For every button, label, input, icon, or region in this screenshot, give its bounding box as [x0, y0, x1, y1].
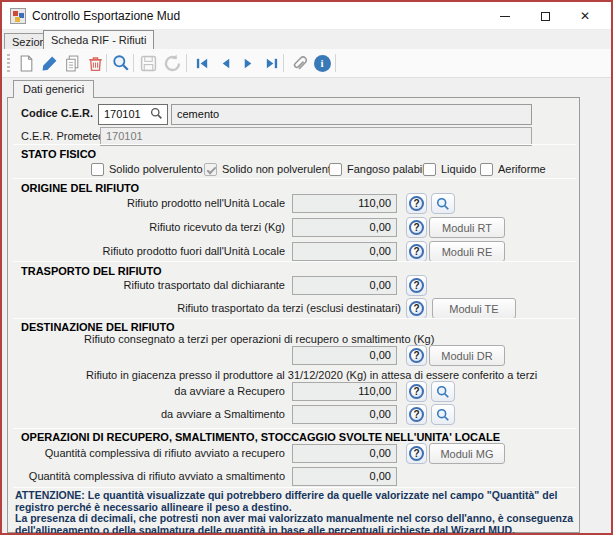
moduli-te-button[interactable]: Moduli TE	[432, 298, 516, 319]
toolbar: i	[2, 49, 611, 78]
edit-button[interactable]	[38, 52, 60, 74]
destinazione-row3-search-button[interactable]	[431, 404, 455, 425]
tab-scheda-rif[interactable]: Scheda RIF - Rifiuti	[43, 30, 154, 49]
delete-button[interactable]	[84, 52, 106, 74]
codice-cer-description: cemento	[171, 104, 532, 125]
maximize-button[interactable]	[525, 2, 565, 30]
destinazione-row3-field[interactable]: 0,00	[292, 405, 397, 424]
moduli-dr-button[interactable]: Moduli DR	[429, 345, 505, 366]
app-icon	[10, 8, 26, 24]
question-icon: ?	[409, 196, 424, 211]
search-icon	[436, 408, 450, 422]
origine-row1-search-button[interactable]	[431, 193, 455, 214]
destinazione-row2-field[interactable]: 110,00	[292, 382, 397, 401]
minimize-icon	[500, 16, 510, 17]
previous-record-button[interactable]	[214, 52, 236, 74]
origine-row1-label: Rifiuto prodotto nell'Unità Locale	[8, 197, 285, 209]
undo-icon	[163, 54, 182, 73]
origine-row3-label: Rifiuto prodotto fuori dall'Unità Locale	[8, 245, 285, 257]
title-bar: Controllo Esportazione Mud ✕	[2, 2, 611, 30]
destinazione-row2-search-button[interactable]	[431, 381, 455, 402]
new-record-button[interactable]	[15, 52, 37, 74]
destinazione-row3-label: da avviare a Smaltimento	[8, 408, 285, 420]
copy-button[interactable]	[61, 52, 83, 74]
moduli-mg-button[interactable]: Moduli MG	[429, 443, 505, 464]
destinazione-caption1: Rifiuto consegnato a terzi per operazion…	[84, 333, 434, 345]
trasporto-row1-field[interactable]: 0,00	[292, 276, 397, 295]
checkbox-icon	[423, 163, 436, 176]
moduli-rt-button[interactable]: Moduli RT	[429, 217, 505, 238]
save-button[interactable]	[137, 52, 159, 74]
app-window: Controllo Esportazione Mud ✕ Sezioni Sch…	[0, 0, 613, 535]
search-icon	[436, 385, 450, 399]
question-icon: ?	[409, 220, 424, 235]
operazioni-row2-field[interactable]: 0,00	[292, 467, 397, 486]
undo-button[interactable]	[161, 52, 183, 74]
destinazione-row2-help-button[interactable]: ?	[406, 381, 427, 402]
destinazione-row1-field[interactable]: 0,00	[292, 346, 397, 365]
question-icon: ?	[409, 384, 424, 399]
operazioni-title: OPERAZIONI DI RECUPERO, SMALTIMENTO, STO…	[21, 431, 500, 443]
codice-cer-search-icon[interactable]	[150, 107, 163, 120]
checkbox-solido-non-polverulento[interactable]: Solido non polverulento	[204, 161, 337, 177]
copy-icon	[64, 55, 81, 72]
operazioni-row1-field[interactable]: 0,00	[292, 444, 397, 463]
paperclip-icon	[291, 55, 308, 72]
trasporto-row2-help-button[interactable]: ?	[406, 298, 427, 319]
codice-cer-label: Codice C.E.R.	[21, 107, 93, 119]
dati-generici-panel: Codice C.E.R. 170101 cemento C.E.R. Prom…	[7, 97, 580, 533]
trasporto-row1-help-button[interactable]: ?	[406, 275, 427, 296]
warning-line2: La presenza di decimali, che potresti no…	[15, 513, 575, 535]
search-icon	[436, 197, 450, 211]
checkbox-solido-polverulento[interactable]: Solido polverulento	[91, 161, 203, 177]
origine-row1-help-button[interactable]: ?	[406, 193, 427, 214]
checkbox-fangoso-palabile[interactable]: Fangoso palabile	[329, 161, 431, 177]
search-record-button[interactable]	[110, 52, 132, 74]
question-icon: ?	[409, 348, 424, 363]
last-record-button[interactable]	[260, 52, 282, 74]
operazioni-row2-label: Quantità complessiva di rifiuto avviato …	[8, 470, 285, 482]
trash-icon	[87, 55, 104, 72]
minimize-button[interactable]	[485, 2, 525, 30]
destinazione-row3-help-button[interactable]: ?	[406, 404, 427, 425]
checkbox-liquido[interactable]: Liquido	[423, 161, 476, 177]
origine-row2-help-button[interactable]: ?	[406, 217, 427, 238]
previous-record-icon	[218, 56, 233, 71]
tab-dati-generici[interactable]: Dati generici	[13, 80, 94, 98]
last-record-icon	[264, 56, 279, 71]
checkbox-icon	[91, 163, 104, 176]
origine-title: ORIGINE DEL RIFIUTO	[21, 182, 139, 194]
trasporto-row2-label: Rifiuto trasportato da terzi (esclusi de…	[8, 302, 401, 314]
attachment-button[interactable]	[288, 52, 310, 74]
close-button[interactable]: ✕	[565, 2, 605, 30]
operazioni-row1-help-button[interactable]: ?	[406, 443, 427, 464]
info-button[interactable]: i	[311, 52, 333, 74]
destinazione-row2-label: da avviare a Recupero	[8, 385, 285, 397]
moduli-re-button[interactable]: Moduli RE	[429, 241, 505, 262]
main-tabstrip: Sezioni Scheda RIF - Rifiuti	[2, 30, 611, 49]
destinazione-row1-help-button[interactable]: ?	[406, 345, 427, 366]
question-icon: ?	[409, 407, 424, 422]
trasporto-row1-label: Rifiuto trasportato dal dichiarante	[8, 279, 285, 291]
destinazione-title: DESTINAZIONE DEL RIFIUTO	[21, 321, 175, 333]
question-icon: ?	[409, 301, 424, 316]
search-icon	[112, 54, 130, 72]
info-icon: i	[314, 55, 331, 72]
window-title: Controllo Esportazione Mud	[32, 9, 180, 23]
checkbox-aeriforme[interactable]: Aeriforme	[480, 161, 546, 177]
next-record-button[interactable]	[237, 52, 259, 74]
maximize-icon	[541, 12, 550, 21]
question-icon: ?	[409, 278, 424, 293]
first-record-button[interactable]	[191, 52, 213, 74]
new-document-icon	[18, 55, 35, 72]
pencil-icon	[41, 55, 58, 72]
close-icon: ✕	[580, 10, 590, 22]
question-icon: ?	[409, 446, 424, 461]
warning-note: ATTENZIONE: Le quantità visualizzate qui…	[15, 490, 575, 535]
question-icon: ?	[409, 244, 424, 259]
origine-row3-field[interactable]: 0,00	[292, 242, 397, 261]
origine-row3-help-button[interactable]: ?	[406, 241, 427, 262]
origine-row1-field[interactable]: 110,00	[292, 194, 397, 213]
cer-prometeo-label: C.E.R. Prometeo	[21, 130, 104, 142]
origine-row2-field[interactable]: 0,00	[292, 218, 397, 237]
